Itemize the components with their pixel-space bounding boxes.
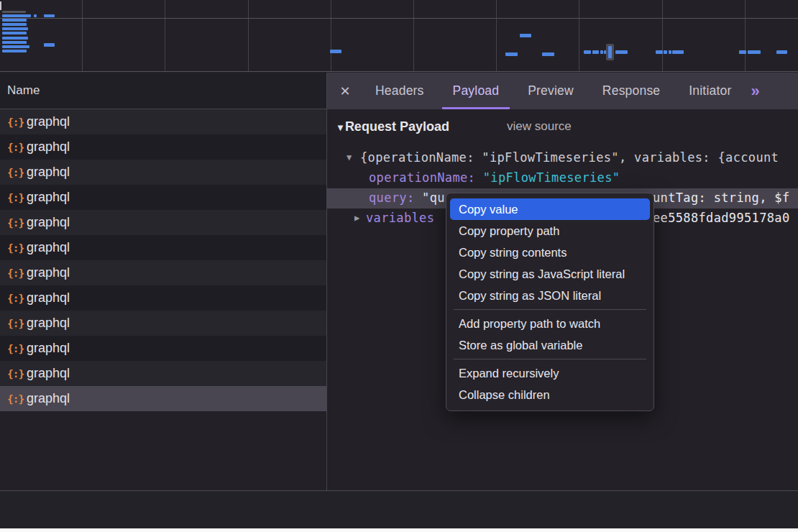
request-row-graphql[interactable]: {:}graphql [0,185,326,210]
request-name-label: graphql [27,114,70,129]
request-timing-bar[interactable] [44,14,55,17]
tab-response[interactable]: Response [592,73,671,109]
request-timing-bar[interactable] [2,32,27,35]
menu-item-copy-property-path[interactable]: Copy property path [450,220,650,242]
menu-separator [454,309,646,310]
request-timing-bar[interactable] [2,14,31,17]
menu-item-copy-string-as-javascript-literal[interactable]: Copy string as JavaScript literal [450,263,650,285]
request-row-graphql[interactable]: {:}graphql [0,134,326,160]
timeline-gridline [248,0,249,71]
tab-preview[interactable]: Preview [517,73,584,109]
json-braces-icon: {:} [7,110,27,135]
property-string-value-partial: "qu [422,191,445,205]
timeline-gridline [331,0,331,71]
property-string-value: "ipFlowTimeseries" [483,170,620,185]
more-tabs-icon[interactable]: » [751,73,759,109]
request-row-graphql[interactable]: {:}graphql [0,386,326,411]
section-collapse-icon[interactable]: ▼ [327,122,345,133]
request-timing-bar[interactable] [584,50,591,54]
request-timing-bar[interactable] [672,50,684,54]
tab-payload[interactable]: Payload [442,73,510,109]
timeline-gridline [745,0,746,71]
request-timing-bar[interactable] [2,27,28,30]
tab-headers[interactable]: Headers [364,73,435,109]
overview-edge-tick [0,1,1,10]
menu-item-copy-string-contents[interactable]: Copy string contents [450,242,650,263]
timeline-gridline [496,0,497,71]
menu-item-add-property-path-to-watch[interactable]: Add property path to watch [450,313,650,334]
json-braces-icon: {:} [7,311,27,336]
timeline-horizontal-gridline [0,18,798,19]
request-row-graphql[interactable]: {:}graphql [0,361,326,386]
request-name-label: graphql [27,215,70,229]
request-timing-bar[interactable] [656,50,663,54]
network-overview-timeline[interactable] [0,0,798,72]
menu-separator [454,359,646,359]
menu-item-copy-value[interactable]: Copy value [450,198,650,220]
request-timing-bar[interactable] [542,52,554,56]
root-collapse-icon[interactable]: ▼ [347,148,352,168]
request-payload-section[interactable]: ▼Request Payload view source [327,116,449,137]
request-timing-bar[interactable] [2,41,27,44]
selected-request-marker[interactable] [606,44,614,60]
timeline-gridline [662,0,663,71]
timeline-gridline [413,0,414,71]
request-timing-bar[interactable] [2,19,27,22]
request-timing-bar[interactable] [505,52,518,56]
request-timing-bar[interactable] [330,50,341,53]
payload-operation-name-row[interactable]: operationName: "ipFlowTimeseries" [327,168,798,188]
request-row-graphql[interactable]: {:}graphql [0,210,326,235]
payload-root-row[interactable]: ▼ {operationName: "ipFlowTimeseries", va… [327,148,798,168]
json-braces-icon: {:} [7,236,27,261]
request-row-graphql[interactable]: {:}graphql [0,336,326,361]
request-timing-bar[interactable] [615,50,628,54]
request-timing-bar[interactable] [2,45,29,48]
request-timing-bar[interactable] [34,14,37,17]
json-braces-icon: {:} [7,185,27,211]
request-row-graphql[interactable]: {:}graphql [0,235,326,260]
request-timing-bar[interactable] [669,50,671,54]
request-timing-bar[interactable] [2,50,27,52]
request-name-label: graphql [27,316,70,330]
tab-initiator[interactable]: Initiator [678,73,742,109]
request-timing-bar[interactable] [2,23,27,26]
request-name-label: graphql [27,165,70,179]
menu-item-expand-recursively[interactable]: Expand recursively [450,362,650,384]
status-footer [0,491,798,528]
request-row-graphql[interactable]: {:}graphql [0,311,326,336]
request-name-label: graphql [27,265,70,280]
request-timing-bar[interactable] [592,50,599,54]
property-key: query: [369,191,422,205]
request-row-graphql[interactable]: {:}graphql [0,160,326,185]
variables-expand-icon[interactable]: ▶ [354,208,360,228]
property-key: variables [366,208,434,228]
request-name-label: graphql [27,341,70,355]
screenshot-bottom-edge [0,528,798,532]
request-timing-bar[interactable] [44,43,55,47]
request-row-graphql[interactable]: {:}graphql [0,285,326,311]
menu-item-collapse-children[interactable]: Collapse children [450,384,650,405]
menu-item-copy-string-as-json-literal[interactable]: Copy string as JSON literal [450,285,650,306]
request-timing-bar[interactable] [776,50,787,54]
root-preview-text: {operationName: "ipFlowTimeseries", vari… [360,148,779,168]
json-braces-icon: {:} [7,211,27,236]
request-timing-bar[interactable] [600,50,603,54]
query-value-right-fragment: untTag: string, $f [653,188,790,208]
request-timing-bar[interactable] [2,11,26,13]
timeline-gridline [82,0,83,71]
request-list: {:}graphql{:}graphql{:}graphql{:}graphql… [0,109,326,411]
request-timing-bar[interactable] [748,50,761,54]
request-timing-bar[interactable] [739,50,746,54]
request-row-graphql[interactable]: {:}graphql [0,109,326,134]
request-timing-bar[interactable] [520,34,531,37]
timeline-gridline [579,0,579,71]
json-braces-icon: {:} [7,160,27,185]
close-detail-icon[interactable]: ✕ [333,73,357,109]
name-column-header[interactable]: Name [0,73,326,109]
menu-item-store-as-global-variable[interactable]: Store as global variable [450,334,650,356]
request-timing-bar[interactable] [664,50,667,54]
request-row-graphql[interactable]: {:}graphql [0,260,326,285]
name-column-label: Name [7,83,40,97]
view-source-link[interactable]: view source [507,116,572,137]
request-timing-bar[interactable] [2,37,28,40]
